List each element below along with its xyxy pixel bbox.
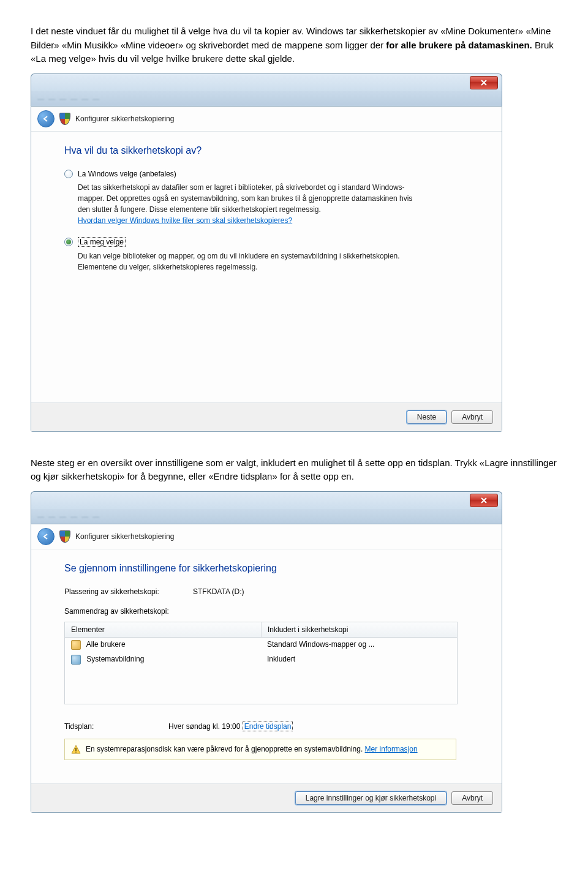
row-name: Alle brukere (86, 640, 126, 649)
backup-location-label: Plassering av sikkerhetskopi: (64, 587, 193, 596)
option-let-me-choose[interactable]: La meg velge (64, 237, 475, 247)
option-label: La Windows velge (anbefales) (78, 170, 176, 178)
back-button[interactable] (37, 528, 55, 545)
radio-icon (64, 170, 73, 178)
close-icon (481, 497, 487, 503)
arrow-left-icon (42, 115, 50, 123)
arrow-left-icon (42, 533, 50, 540)
background-blur-row: — — — — — — (31, 91, 502, 106)
option1-help-link[interactable]: Hvordan velger Windows hvilke filer som … (78, 216, 292, 225)
backup-location-row: Plassering av sikkerhetskopi: STFKDATA (… (64, 587, 475, 596)
intro-text-bold: for alle brukere på datamaskinen. (386, 40, 532, 50)
wizard-nav-strip: Konfigurer sikkerhetskopiering (31, 524, 502, 549)
col-elements-header[interactable]: Elementer (65, 622, 262, 637)
system-image-icon (71, 655, 81, 665)
col-included-header[interactable]: Inkludert i sikkerhetskopi (262, 622, 457, 637)
close-button[interactable] (470, 76, 498, 89)
svg-rect-1 (75, 752, 77, 753)
svg-rect-0 (75, 748, 77, 751)
option-let-windows-choose[interactable]: La Windows velge (anbefales) (64, 170, 475, 178)
cancel-button[interactable]: Avbryt (451, 410, 493, 424)
back-button[interactable] (37, 110, 55, 127)
option2-description: Du kan velge biblioteker og mapper, og o… (78, 251, 421, 273)
summary-table-header: Elementer Inkludert i sikkerhetskopi (65, 622, 457, 638)
option1-desc-text: Det tas sikkerhetskopi av datafiler som … (78, 183, 412, 214)
cancel-button[interactable]: Avbryt (451, 791, 493, 805)
save-and-run-button[interactable]: Lagre innstillinger og kjør sikkerhetsko… (295, 791, 447, 805)
next-button[interactable]: Neste (407, 410, 447, 424)
radio-icon-selected (64, 238, 73, 246)
close-button[interactable] (470, 494, 498, 507)
table-row: Systemavbildning Inkludert (65, 652, 457, 667)
wizard-title: Konfigurer sikkerhetskopiering (75, 115, 174, 123)
schedule-label: Tidsplan: (64, 722, 168, 731)
intro-paragraph: I det neste vinduet får du mulighet til … (31, 24, 557, 66)
wizard-button-row: Neste Avbryt (31, 402, 502, 431)
table-row: Alle brukere Standard Windows-mapper og … (65, 638, 457, 652)
row-included: Inkludert (261, 652, 457, 667)
window-titlebar (31, 491, 502, 509)
dialog-configure-backup-step1: — — — — — — Konfigurer sikkerhetskopieri… (31, 74, 502, 432)
summary-label: Sammendrag av sikkerhetskopi: (64, 607, 475, 616)
shield-icon (59, 530, 70, 543)
warning-icon (71, 745, 81, 755)
row-included: Standard Windows-mapper og ... (261, 638, 457, 652)
wizard-title: Konfigurer sikkerhetskopiering (75, 532, 174, 541)
schedule-row: Tidsplan: Hver søndag kl. 19:00 Endre ti… (64, 722, 475, 731)
option-label: La meg velge (78, 237, 126, 247)
change-schedule-link[interactable]: Endre tidsplan (243, 722, 293, 731)
wizard-button-row: Lagre innstillinger og kjør sikkerhetsko… (31, 783, 502, 812)
summary-table: Elementer Inkludert i sikkerhetskopi All… (64, 622, 458, 704)
page-heading: Se gjennom innstillingene for sikkerhets… (64, 563, 475, 574)
dialog-configure-backup-review: — — — — — — Konfigurer sikkerhetskopieri… (31, 491, 502, 813)
users-icon (71, 640, 81, 650)
background-blur-row: — — — — — — (31, 509, 502, 524)
option1-description: Det tas sikkerhetskopi av datafiler som … (78, 182, 421, 226)
page-heading: Hva vil du ta sikkerhetskopi av? (64, 145, 475, 156)
warning-box: En systemreparasjonsdisk kan være påkrev… (64, 739, 456, 760)
backup-location-value: STFKDATA (D:) (193, 587, 244, 596)
table-empty-space (65, 667, 457, 704)
close-icon (481, 80, 487, 86)
wizard-nav-strip: Konfigurer sikkerhetskopiering (31, 107, 502, 132)
shield-icon (59, 113, 70, 125)
focused-label: La meg velge (78, 237, 126, 247)
schedule-value: Hver søndag kl. 19:00 (168, 722, 243, 731)
warning-text: En systemreparasjonsdisk kan være påkrev… (86, 745, 365, 753)
window-titlebar (31, 74, 502, 91)
middle-paragraph: Neste steg er en oversikt over innstilli… (31, 456, 557, 484)
row-name: Systemavbildning (86, 655, 144, 663)
more-info-link[interactable]: Mer informasjon (365, 745, 418, 753)
